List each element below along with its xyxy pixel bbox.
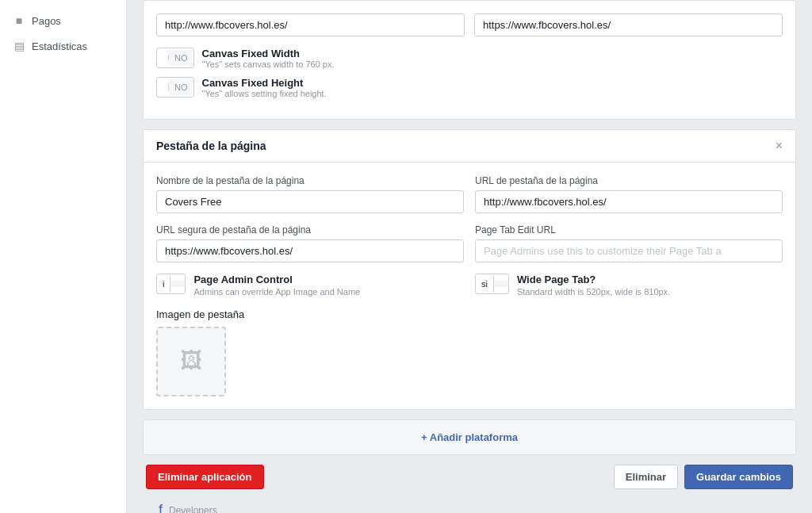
canvas-height-desc: "Yes" allows setting fixed height. [202, 89, 327, 98]
url-right-input[interactable] [474, 13, 783, 36]
edit-url-label: Page Tab Edit URL [475, 224, 783, 235]
toggle-left-h [157, 84, 169, 90]
canvas-height-toggle[interactable]: NO [156, 77, 194, 98]
delete-app-button[interactable]: Eliminar aplicación [146, 465, 264, 489]
dialog-close-button[interactable]: × [776, 140, 783, 152]
toggle-no-h-label: NO [169, 79, 193, 95]
fb-logo-icon: f [159, 502, 163, 513]
imagen-section: Imagen de pestaña 🖼 [156, 308, 783, 396]
page-tab-name-label: Nombre de la pestaña de la página [156, 175, 464, 186]
pagos-icon: ■ [13, 14, 25, 27]
sidebar-item-label: Estadísticas [32, 40, 87, 52]
wide-toggle-right [494, 281, 508, 287]
dialog-title: Pestaña de la página [156, 140, 266, 152]
form-grid-row2: URL segura de pestaña de la página Page … [156, 224, 783, 262]
admin-control-desc: Admins can override App Image and Name [193, 287, 360, 297]
admin-control-label: Page Admin Control [193, 274, 360, 285]
wide-tab-desc: Standard width is 520px, wide is 810px. [517, 287, 670, 297]
controls-row: i Page Admin Control Admins can override… [156, 274, 783, 297]
wide-toggle-si: si [476, 276, 494, 292]
action-bar: Eliminar aplicación Eliminar Guardar cam… [143, 465, 796, 489]
canvas-width-desc: "Yes" sets canvas width to 760 px. [202, 59, 335, 69]
page-admin-control: i Page Admin Control Admins can override… [156, 274, 464, 297]
canvas-height-label-group: Canvas Fixed Height "Yes" allows setting… [202, 77, 327, 98]
edit-url-field: Page Tab Edit URL [475, 224, 783, 262]
canvas-width-toggle[interactable]: NO [156, 48, 194, 68]
wide-page-tab-control: si Wide Page Tab? Standard width is 520p… [475, 274, 783, 297]
edit-url-input[interactable] [475, 239, 783, 262]
canvas-width-label-group: Canvas Fixed Width "Yes" sets canvas wid… [202, 48, 335, 69]
dialog-header: Pestaña de la página × [144, 130, 795, 163]
wide-tab-label: Wide Page Tab? [517, 274, 670, 285]
page-tab-url-input[interactable] [475, 190, 783, 213]
wide-tab-text: Wide Page Tab? Standard width is 520px, … [517, 274, 670, 297]
admin-toggle-i: i [157, 276, 170, 292]
image-upload-icon: 🖼 [180, 347, 202, 373]
wide-tab-toggle[interactable]: si [475, 274, 509, 294]
footer: f Developers [143, 489, 796, 513]
form-grid-row1: Nombre de la pestaña de la página URL de… [156, 175, 783, 213]
sidebar-item-label: Pagos [32, 15, 61, 27]
canvas-width-row: NO Canvas Fixed Width "Yes" sets canvas … [156, 48, 783, 69]
admin-toggle-right [170, 281, 185, 287]
toggle-left [157, 55, 169, 61]
url-left-input[interactable] [156, 13, 465, 36]
canvas-height-title: Canvas Fixed Height [202, 77, 304, 89]
secure-url-label: URL segura de pestaña de la página [156, 224, 464, 235]
toggle-no-label: NO [169, 50, 193, 66]
add-platform-button[interactable]: + Añadir plataforma [143, 419, 796, 455]
admin-control-toggle[interactable]: i [156, 274, 186, 294]
secure-url-field: URL segura de pestaña de la página [156, 224, 464, 262]
sidebar-item-pagos[interactable]: ■ Pagos [0, 8, 126, 33]
url-row [156, 13, 783, 36]
page-tab-dialog: Pestaña de la página × Nombre de la pest… [143, 129, 796, 410]
right-actions: Eliminar Guardar cambios [614, 465, 793, 489]
estadisticas-icon: ▤ [13, 40, 25, 52]
canvas-height-row: NO Canvas Fixed Height "Yes" allows sett… [156, 77, 783, 98]
footer-text: Developers [169, 505, 217, 514]
imagen-label: Imagen de pestaña [156, 308, 783, 320]
main-content: NO Canvas Fixed Width "Yes" sets canvas … [127, 0, 812, 513]
page-tab-url-label: URL de pestaña de la página [475, 175, 783, 186]
sidebar: ■ Pagos ▤ Estadísticas [0, 0, 127, 513]
canvas-width-title: Canvas Fixed Width [202, 48, 300, 59]
save-button[interactable]: Guardar cambios [684, 465, 793, 489]
page-tab-name-field: Nombre de la pestaña de la página [156, 175, 464, 213]
sidebar-item-estadisticas[interactable]: ▤ Estadísticas [0, 33, 126, 59]
top-section: NO Canvas Fixed Width "Yes" sets canvas … [143, 0, 796, 120]
image-upload-area[interactable]: 🖼 [156, 327, 226, 396]
eliminar-button[interactable]: Eliminar [614, 465, 678, 489]
page-tab-url-field: URL de pestaña de la página [475, 175, 783, 213]
page-tab-name-input[interactable] [156, 190, 464, 213]
dialog-body: Nombre de la pestaña de la página URL de… [144, 163, 795, 409]
admin-control-text: Page Admin Control Admins can override A… [193, 274, 360, 297]
secure-url-input[interactable] [156, 239, 464, 262]
